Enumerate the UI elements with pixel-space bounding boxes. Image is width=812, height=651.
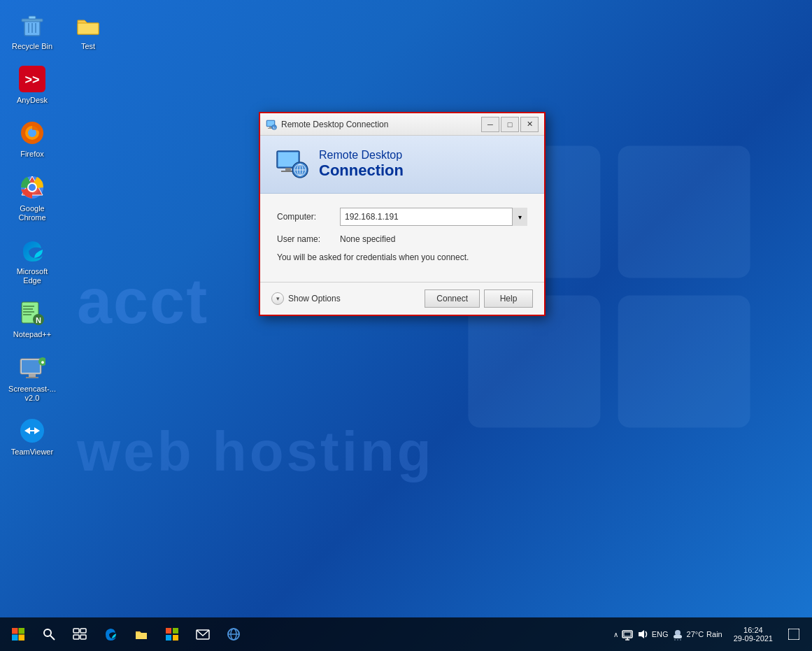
desktop-icon-microsoft-edge[interactable]: Microsoft Edge: [7, 232, 57, 289]
username-value: None specified: [340, 234, 395, 244]
dialog-title-icon: ↻: [266, 119, 277, 130]
svg-rect-32: [29, 374, 36, 377]
anydesk-icon: >>: [18, 65, 46, 93]
svg-marker-73: [639, 630, 644, 638]
dialog-banner-line2: Connection: [319, 162, 404, 180]
tray-temperature: 27°C: [687, 630, 704, 638]
firefox-label: Firefox: [20, 150, 44, 159]
svg-rect-1: [618, 145, 750, 278]
svg-rect-22: [23, 306, 34, 307]
taskbar-mail-button[interactable]: [187, 619, 218, 650]
dialog-close-button[interactable]: ✕: [520, 117, 539, 132]
svg-rect-33: [26, 377, 38, 378]
show-options-arrow-icon: ▾: [271, 292, 284, 305]
username-field: User name: None specified: [277, 234, 527, 244]
svg-rect-64: [173, 635, 178, 641]
desktop-icon-anydesk[interactable]: >> AnyDesk: [7, 61, 57, 109]
computer-input[interactable]: [340, 208, 527, 226]
svg-rect-10: [78, 23, 99, 34]
taskbar-file-explorer-icon: [134, 627, 148, 641]
desktop: acct web hosting Recycle Bin: [0, 0, 812, 651]
test-folder-icon: [74, 11, 102, 39]
dialog-titlebar: ↻ Remote Desktop Connection ─ □ ✕: [260, 113, 544, 136]
svg-point-20: [29, 184, 36, 191]
desktop-icon-google-chrome[interactable]: Google Chrome: [7, 169, 57, 227]
watermark-webhosting: web hosting: [77, 420, 434, 484]
dialog-banner: Remote Desktop Connection: [260, 136, 544, 194]
computer-dropdown-arrow[interactable]: ▾: [512, 208, 527, 226]
svg-text:●: ●: [41, 359, 44, 366]
screencast-icon: ●: [18, 354, 46, 382]
taskbar-store-button[interactable]: [157, 619, 187, 650]
taskbar-edge-icon: [104, 627, 117, 641]
tray-language[interactable]: ENG: [652, 630, 669, 638]
help-button[interactable]: Help: [484, 289, 533, 308]
taskbar-mail-icon: [196, 627, 210, 641]
svg-rect-29: [22, 360, 40, 373]
notepadpp-label: Notepad++: [13, 330, 51, 339]
teamviewer-icon: [18, 417, 46, 445]
recycle-bin-label: Recycle Bin: [12, 42, 52, 51]
svg-text:>>: >>: [24, 73, 39, 87]
desktop-icon-teamviewer[interactable]: TeamViewer: [7, 413, 57, 461]
taskbar-ie-icon: [227, 627, 241, 641]
show-options-label: Show Options: [288, 294, 341, 303]
svg-rect-25: [23, 314, 31, 315]
svg-rect-60: [136, 633, 147, 639]
microsoft-edge-icon: [18, 236, 46, 264]
google-chrome-label: Google Chrome: [10, 204, 55, 222]
teamviewer-label: TeamViewer: [11, 448, 53, 457]
tray-chevron[interactable]: ∧: [613, 631, 618, 638]
desktop-icon-notepadpp[interactable]: N Notepad++: [7, 295, 57, 343]
dialog-maximize-button[interactable]: □: [501, 117, 519, 132]
svg-rect-70: [624, 632, 631, 636]
task-view-icon: [73, 627, 87, 641]
computer-input-wrap: ▾: [340, 208, 527, 226]
svg-rect-53: [19, 635, 25, 641]
svg-rect-63: [166, 635, 171, 641]
svg-rect-3: [618, 296, 750, 428]
svg-rect-58: [73, 635, 79, 639]
tray-volume-icon: [636, 628, 649, 641]
svg-rect-61: [166, 628, 171, 634]
recycle-bin-icon: [18, 11, 46, 39]
icon-row-0: Recycle Bin Test: [7, 7, 113, 55]
clock-date: 29-09-2021: [734, 634, 773, 643]
dialog-body: Computer: ▾ User name: None specified Yo…: [260, 194, 544, 282]
taskbar-clock[interactable]: 16:24 29-09-2021: [728, 626, 778, 643]
svg-rect-50: [12, 628, 18, 634]
dialog-title-text: Remote Desktop Connection: [281, 120, 481, 129]
connect-button[interactable]: Connect: [425, 289, 480, 308]
computer-field: Computer: ▾: [277, 208, 527, 226]
dialog-banner-icon: [274, 147, 309, 182]
svg-line-55: [50, 636, 55, 640]
taskbar-store-icon: [165, 627, 179, 641]
tray-condition: Rain: [706, 630, 722, 638]
taskbar-ie-button[interactable]: [218, 619, 249, 650]
svg-text:N: N: [36, 316, 41, 324]
start-button[interactable]: [3, 619, 34, 650]
desktop-icon-recycle-bin[interactable]: Recycle Bin: [7, 7, 57, 55]
firefox-icon: [18, 119, 46, 147]
taskbar-file-explorer-button[interactable]: [126, 619, 157, 650]
taskbar-notification-button[interactable]: [778, 619, 809, 650]
dialog-minimize-button[interactable]: ─: [481, 117, 499, 132]
svg-rect-75: [674, 635, 682, 638]
clock-time: 16:24: [743, 626, 763, 634]
taskbar-task-view-button[interactable]: [64, 619, 95, 650]
taskbar-edge-button[interactable]: [95, 619, 126, 650]
svg-text:↻: ↻: [273, 126, 276, 130]
desktop-icon-firefox[interactable]: Firefox: [7, 115, 57, 163]
computer-label: Computer:: [277, 212, 340, 222]
svg-rect-79: [788, 629, 799, 640]
desktop-icon-test[interactable]: Test: [63, 7, 113, 55]
remote-desktop-dialog: ↻ Remote Desktop Connection ─ □ ✕: [259, 112, 546, 316]
svg-point-74: [675, 630, 681, 636]
dialog-banner-line1: Remote Desktop: [319, 149, 404, 162]
desktop-icon-screencast[interactable]: ● Screencast-... v2.0: [7, 350, 57, 407]
taskbar-search-button[interactable]: [34, 619, 64, 650]
svg-point-54: [44, 629, 51, 636]
dialog-window-controls: ─ □ ✕: [481, 117, 539, 132]
show-options-button[interactable]: ▾ Show Options: [271, 292, 341, 305]
taskbar: ∧ ENG 27°C Rain 1: [0, 617, 812, 651]
